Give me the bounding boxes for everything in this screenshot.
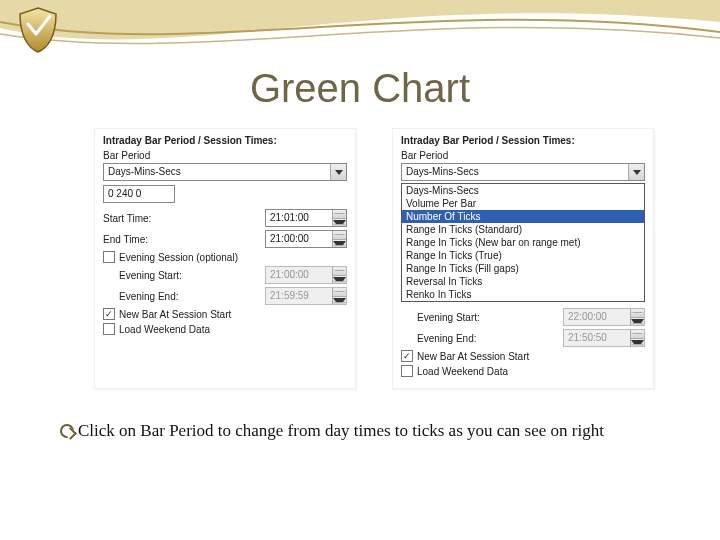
spinner-down-icon[interactable] [333, 219, 346, 227]
bullet-icon [60, 424, 74, 438]
chevron-down-icon[interactable] [628, 164, 644, 180]
bar-period-value: Days-Mins-Secs [104, 164, 330, 180]
panels-container: Intraday Bar Period / Session Times: Bar… [94, 128, 654, 389]
spinner-up-icon [631, 330, 644, 339]
new-bar-checkbox[interactable] [401, 350, 413, 362]
end-time-label: End Time: [103, 234, 148, 245]
spinner-up-icon[interactable] [333, 210, 346, 219]
evening-session-checkbox[interactable] [103, 251, 115, 263]
spinner-up-icon [333, 267, 346, 276]
dropdown-option-highlighted[interactable]: Number Of Ticks [402, 210, 644, 223]
spinner-down-icon [631, 339, 644, 347]
dropdown-option[interactable]: Range In Ticks (Fill gaps) [402, 262, 644, 275]
evening-end-value: 21:50:50 [564, 330, 630, 346]
panel-header: Intraday Bar Period / Session Times: [401, 135, 645, 146]
shield-icon [16, 6, 60, 54]
bar-period-dropdown[interactable]: Days-Mins-Secs Volume Per Bar Number Of … [401, 183, 645, 302]
evening-end-spinner: 21:50:50 [563, 329, 645, 347]
spinner-up-icon[interactable] [333, 231, 346, 240]
bar-period-label: Bar Period [103, 150, 347, 161]
spinner-down-icon [333, 297, 346, 305]
evening-end-label: Evening End: [119, 291, 179, 302]
header-swoop [0, 0, 720, 70]
evening-start-value: 22:00:00 [564, 309, 630, 325]
start-time-label: Start Time: [103, 213, 151, 224]
dms-input[interactable]: 0 240 0 [103, 185, 175, 203]
new-bar-label: New Bar At Session Start [119, 309, 231, 320]
chevron-down-icon[interactable] [330, 164, 346, 180]
bar-period-label: Bar Period [401, 150, 645, 161]
spinner-down-icon [631, 318, 644, 326]
start-time-value: 21:01:00 [266, 210, 332, 226]
evening-start-spinner: 22:00:00 [563, 308, 645, 326]
bar-period-value: Days-Mins-Secs [402, 164, 628, 180]
panel-header: Intraday Bar Period / Session Times: [103, 135, 347, 146]
end-time-value: 21:00:00 [266, 231, 332, 247]
spinner-down-icon[interactable] [333, 240, 346, 248]
dropdown-option[interactable]: Reversal In Ticks [402, 275, 644, 288]
spinner-up-icon [631, 309, 644, 318]
bullet-text-area: Click on Bar Period to change from day t… [60, 420, 670, 442]
bar-period-combo[interactable]: Days-Mins-Secs [401, 163, 645, 181]
settings-panel-left: Intraday Bar Period / Session Times: Bar… [94, 128, 356, 389]
page-title: Green Chart [0, 66, 720, 111]
load-weekend-checkbox[interactable] [401, 365, 413, 377]
evening-start-value: 21:00:00 [266, 267, 332, 283]
evening-session-label: Evening Session (optional) [119, 252, 238, 263]
new-bar-checkbox[interactable] [103, 308, 115, 320]
evening-end-value: 21:59:59 [266, 288, 332, 304]
bar-period-combo[interactable]: Days-Mins-Secs [103, 163, 347, 181]
evening-start-spinner: 21:00:00 [265, 266, 347, 284]
start-time-spinner[interactable]: 21:01:00 [265, 209, 347, 227]
spinner-up-icon [333, 288, 346, 297]
dropdown-option[interactable]: Volume Per Bar [402, 197, 644, 210]
evening-end-spinner: 21:59:59 [265, 287, 347, 305]
dropdown-option[interactable]: Days-Mins-Secs [402, 184, 644, 197]
dropdown-option[interactable]: Renko In Ticks [402, 288, 644, 301]
evening-end-label: Evening End: [417, 333, 477, 344]
bullet-text: Click on Bar Period to change from day t… [78, 421, 604, 440]
spinner-down-icon [333, 276, 346, 284]
dropdown-option[interactable]: Range In Ticks (Standard) [402, 223, 644, 236]
new-bar-label: New Bar At Session Start [417, 351, 529, 362]
dropdown-option[interactable]: Range In Ticks (New bar on range met) [402, 236, 644, 249]
settings-panel-right: Intraday Bar Period / Session Times: Bar… [392, 128, 654, 389]
load-weekend-label: Load Weekend Data [417, 366, 508, 377]
dropdown-option[interactable]: Range In Ticks (True) [402, 249, 644, 262]
end-time-spinner[interactable]: 21:00:00 [265, 230, 347, 248]
evening-start-label: Evening Start: [417, 312, 480, 323]
evening-start-label: Evening Start: [119, 270, 182, 281]
load-weekend-label: Load Weekend Data [119, 324, 210, 335]
load-weekend-checkbox[interactable] [103, 323, 115, 335]
